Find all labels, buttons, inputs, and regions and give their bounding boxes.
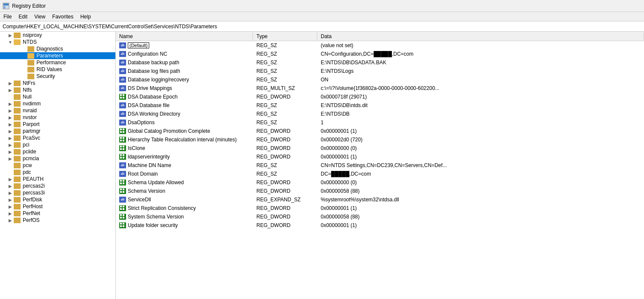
table-row[interactable]: abServiceDllREG_EXPAND_SZ%systemroot%\sy… bbox=[116, 195, 644, 204]
svg-rect-34 bbox=[123, 206, 124, 207]
tree-item-security[interactable]: ▶ Security bbox=[0, 73, 115, 80]
tree-item-diagnostics[interactable]: ▶ Diagnostics bbox=[0, 45, 115, 52]
table-row[interactable]: DSA Database EpochREG_DWORD0x0000718f (2… bbox=[116, 93, 644, 101]
tree-item-rid-values[interactable]: ▶ RID Values bbox=[0, 66, 115, 73]
tree-item-percsas3i[interactable]: ▶ percsas3i bbox=[0, 189, 115, 196]
tree-item-pcmcia[interactable]: ▶ pcmcia bbox=[0, 155, 115, 162]
menu-help[interactable]: Help bbox=[77, 13, 94, 20]
table-row[interactable]: Schema Update AllowedREG_DWORD0x00000000… bbox=[116, 178, 644, 187]
expand-icon[interactable]: ▶ bbox=[7, 184, 14, 188]
entry-name: Machine DN Name bbox=[128, 162, 171, 168]
tree-item-pci[interactable]: ▶ pci bbox=[0, 141, 115, 148]
expand-icon[interactable]: ▶ bbox=[7, 88, 14, 93]
svg-rect-21 bbox=[120, 157, 122, 158]
tree-item-parameters[interactable]: ▶ Parameters bbox=[0, 52, 115, 59]
expand-icon[interactable]: ▶ bbox=[7, 136, 14, 141]
svg-rect-29 bbox=[120, 191, 122, 193]
table-row[interactable]: abMachine DN NameREG_SZCN=NTDS Settings,… bbox=[116, 161, 644, 170]
menu-view[interactable]: View bbox=[31, 13, 49, 20]
tree-panel[interactable]: ▶ nsiproxy ▼ NTDS ▶ Diagnostics ▶ Parame… bbox=[0, 32, 116, 299]
table-row[interactable]: System Schema VersionREG_DWORD0x00000058… bbox=[116, 212, 644, 221]
tree-item-nvraid[interactable]: ▶ nvraid bbox=[0, 107, 115, 114]
menu-file[interactable]: File bbox=[0, 13, 15, 20]
menu-favorites[interactable]: Favorites bbox=[49, 13, 77, 20]
table-row[interactable]: abDatabase backup pathREG_SZE:\NTDS\DB\D… bbox=[116, 58, 644, 67]
tree-item-pdc[interactable]: ▶ pdc bbox=[0, 169, 115, 176]
table-row[interactable]: abDSA Database fileREG_SZE:\NTDS\DB\ntds… bbox=[116, 101, 644, 110]
tree-item-perfdisk[interactable]: ▶ PerfDisk bbox=[0, 196, 115, 203]
table-row[interactable]: Strict Replication ConsistencyREG_DWORD0… bbox=[116, 204, 644, 212]
tree-item-perfhost[interactable]: ▶ PerfHost bbox=[0, 203, 115, 210]
expand-icon[interactable]: ▼ bbox=[7, 40, 14, 45]
table-row[interactable]: Update folder securityREG_DWORD0x0000000… bbox=[116, 221, 644, 230]
menu-edit[interactable]: Edit bbox=[15, 13, 31, 20]
expand-icon[interactable]: ▶ bbox=[7, 33, 14, 38]
tree-item-pciide[interactable]: ▶ pciide bbox=[0, 148, 115, 155]
expand-icon[interactable]: ▶ bbox=[7, 122, 14, 127]
table-row[interactable]: abDsaOptionsREG_SZ1 bbox=[116, 118, 644, 127]
table-row[interactable]: abConfiguration NCREG_SZCN=Configuration… bbox=[116, 50, 644, 58]
col-header-data[interactable]: Data bbox=[317, 33, 644, 40]
expand-icon[interactable]: ▶ bbox=[7, 211, 14, 216]
entry-name: DSA Database file bbox=[128, 102, 169, 108]
table-row[interactable]: Global Catalog Promotion CompleteREG_DWO… bbox=[116, 127, 644, 135]
tree-item-pcasvc[interactable]: ▶ PcaSvc bbox=[0, 135, 115, 141]
tree-item-perfos[interactable]: ▶ PerfOS bbox=[0, 217, 115, 224]
table-row[interactable]: abDatabase log files pathREG_SZE:\NTDS\L… bbox=[116, 67, 644, 75]
table-row[interactable]: abDSA Working DirectoryREG_SZE:\NTDS\DB bbox=[116, 110, 644, 118]
cell-name: ab(Default) bbox=[116, 42, 253, 49]
cell-data: E:\NTDS\Logs bbox=[317, 68, 644, 75]
cell-name: abMachine DN Name bbox=[116, 162, 253, 169]
expand-icon[interactable]: ▶ bbox=[7, 218, 14, 223]
table-row[interactable]: Schema VersionREG_DWORD0x00000058 (88) bbox=[116, 187, 644, 195]
tree-item-parport[interactable]: ▶ Parport bbox=[0, 121, 115, 128]
cell-type: REG_DWORD bbox=[253, 145, 317, 152]
tree-item-nvstor[interactable]: ▶ nvstor bbox=[0, 114, 115, 121]
expand-icon[interactable]: ▶ bbox=[7, 115, 14, 120]
table-row[interactable]: IsCloneREG_DWORD0x00000000 (0) bbox=[116, 144, 644, 152]
tree-item-partmgr[interactable]: ▶ partmgr bbox=[0, 128, 115, 135]
table-row[interactable]: Hierarchy Table Recalculation interval (… bbox=[116, 135, 644, 144]
tree-item-pcw[interactable]: ▶ pcw bbox=[0, 162, 115, 169]
col-header-name[interactable]: Name bbox=[116, 33, 253, 40]
tree-item-percsas2i[interactable]: ▶ percsas2i bbox=[0, 182, 115, 189]
tree-item-perfnet[interactable]: ▶ PerfNet bbox=[0, 210, 115, 217]
tree-item-peauth[interactable]: ▶ PEAUTH bbox=[0, 176, 115, 182]
tree-item-nsiproxy[interactable]: ▶ nsiproxy bbox=[0, 32, 115, 39]
svg-rect-6 bbox=[123, 94, 124, 96]
tree-item-ntds[interactable]: ▼ NTDS bbox=[0, 39, 115, 45]
expand-icon[interactable]: ▶ bbox=[7, 177, 14, 182]
expand-icon[interactable]: ▶ bbox=[7, 150, 14, 154]
expand-icon[interactable]: ▶ bbox=[7, 191, 14, 195]
cell-name: Strict Replication Consistency bbox=[116, 205, 253, 212]
tree-item-null[interactable]: ▶ Null bbox=[0, 93, 115, 100]
table-row[interactable]: ab(Default)REG_SZ(value not set) bbox=[116, 41, 644, 50]
expand-icon[interactable]: ▶ bbox=[7, 197, 14, 202]
table-row[interactable]: abDS Drive MappingsREG_MULTI_SZc:\=\\?\V… bbox=[116, 84, 644, 93]
expand-icon[interactable]: ▶ bbox=[7, 108, 14, 113]
expand-icon[interactable]: ▶ bbox=[7, 143, 14, 147]
tree-item-ntfrs[interactable]: ▶ NtFrs bbox=[0, 80, 115, 87]
svg-rect-27 bbox=[123, 182, 124, 184]
expand-icon[interactable]: ▶ bbox=[7, 129, 14, 134]
expand-icon[interactable]: ▶ bbox=[7, 204, 14, 209]
table-row[interactable]: ldapserverintegrityREG_DWORD0x00000001 (… bbox=[116, 152, 644, 161]
data-table[interactable]: ab(Default)REG_SZ(value not set)abConfig… bbox=[116, 41, 644, 299]
cell-type: REG_SZ bbox=[253, 42, 317, 49]
table-row[interactable]: abDatabase logging/recoveryREG_SZON bbox=[116, 75, 644, 84]
tree-item-ntfs[interactable]: ▶ Ntfs bbox=[0, 87, 115, 93]
col-header-type[interactable]: Type bbox=[253, 33, 317, 40]
svg-rect-35 bbox=[123, 208, 124, 210]
entry-name: DS Drive Mappings bbox=[128, 85, 172, 91]
reg-dword-icon bbox=[119, 222, 126, 228]
expand-icon[interactable]: ▶ bbox=[7, 156, 14, 161]
entry-name: ServiceDll bbox=[128, 197, 151, 203]
tree-item-nvdimm[interactable]: ▶ nvdimm bbox=[0, 100, 115, 107]
table-row[interactable]: abRoot DomainREG_SZDC=█████,DC=com bbox=[116, 170, 644, 178]
tree-item-performance[interactable]: ▶ Performance bbox=[0, 59, 115, 66]
expand-icon[interactable]: ▶ bbox=[7, 81, 14, 86]
entry-name: DsaOptions bbox=[128, 120, 155, 126]
svg-rect-19 bbox=[123, 148, 124, 150]
title-bar: Registry Editor bbox=[0, 0, 644, 12]
expand-icon[interactable]: ▶ bbox=[7, 102, 14, 106]
